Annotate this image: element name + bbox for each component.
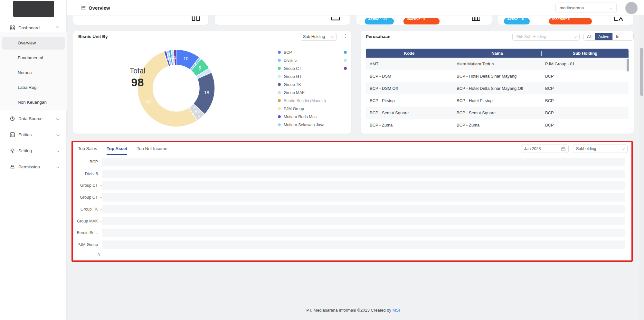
- table-scrollbar-thumb[interactable]: [627, 59, 629, 71]
- inactive-count-badge: Inactive: 0: [403, 18, 440, 24]
- axis-tick: [100, 185, 102, 186]
- table-cell: BCP - Zuma: [366, 123, 453, 127]
- sidebar-item-data-source[interactable]: Data Source: [0, 110, 67, 127]
- subholding-select[interactable]: Subholding: [573, 145, 628, 153]
- table-row[interactable]: AMTAlam Mutiara TeduhPJM Group - 01: [366, 58, 629, 70]
- table-cell: BCP - Hotel Delta Sinar Mayang: [453, 74, 541, 79]
- perusahaan-table: Kode Nama Sub Holding AMTAlam Mutiara Te…: [366, 49, 629, 131]
- column-header-kode: Kode: [366, 51, 453, 56]
- page-scrollbar-thumb[interactable]: [640, 48, 643, 96]
- table-row[interactable]: BCP - Semut SquareBCP - Semut SquareBCP: [366, 107, 629, 119]
- collapse-menu-icon[interactable]: [81, 5, 86, 10]
- donut-legend: BCPDivisi 5Group CTGroup GTGroup TKGroup…: [278, 48, 326, 129]
- legend-item[interactable]: PJM Group: [278, 105, 326, 113]
- chevron-down-icon: [56, 117, 60, 120]
- tab-top-asset[interactable]: Top Asset: [107, 142, 127, 155]
- column-header-sub-holding: Sub Holding: [541, 51, 629, 56]
- column-header-nama: Nama: [453, 51, 541, 56]
- kebab-menu-icon[interactable]: ⋮: [343, 34, 348, 38]
- legend-dot: [278, 83, 281, 86]
- sidebar-item-label: Entitas: [18, 132, 32, 137]
- axis-tick: [100, 197, 102, 198]
- table-cell: BCP - Semut Square: [453, 110, 541, 115]
- footer: PT. Mediasarana Informasi ©2023 Created …: [67, 308, 639, 313]
- axis-tick: [100, 221, 102, 221]
- card-title: Bisnis Unit By: [78, 34, 108, 39]
- pilih-sub-holding-select[interactable]: Pilih Sub Holding: [512, 33, 580, 41]
- legend-label: Berdiri Sendiri (Mandiri): [284, 99, 326, 103]
- stat-card: [73, 15, 208, 25]
- legend-dot: [344, 67, 347, 70]
- table-row[interactable]: BCP - DSM OffBCP - Hotel Delta Sinar May…: [366, 82, 629, 94]
- bar-row-band: [102, 205, 625, 213]
- legend-dot: [278, 91, 281, 94]
- table-row[interactable]: BCP - PitstopBCP - Hotel PitstopBCP: [366, 94, 629, 107]
- table-cell: BCP: [541, 74, 629, 79]
- legend-item[interactable]: Group TK: [278, 80, 326, 89]
- legend-item[interactable]: Divisi 5: [278, 56, 326, 64]
- table-row[interactable]: BCP - DSMBCP - Hotel Delta Sinar MayangB…: [366, 70, 629, 82]
- legend-item[interactable]: Mutiara Sekawan Jaya: [278, 121, 326, 129]
- chevron-down-icon: [574, 35, 577, 38]
- axis-tick: [100, 233, 102, 233]
- legend-label: Mutiara Sekawan Jaya: [284, 123, 324, 127]
- tab-top-net-income[interactable]: Top Net Income: [137, 142, 167, 155]
- sidebar-item-laba-rugi[interactable]: Laba Rugi: [2, 81, 65, 94]
- filter-inactive-button[interactable]: In Active: [612, 33, 633, 40]
- workspace-select[interactable]: mediasarana: [555, 3, 617, 13]
- sidebar-item-non-keuangan[interactable]: Non Keuangan: [2, 96, 65, 109]
- table-cell: BCP - Hotel Pitstop: [453, 98, 541, 103]
- sidebar-item-label: Setting: [18, 148, 32, 153]
- table-cell: BCP: [541, 123, 629, 127]
- legend-label: Group MAK: [284, 90, 305, 95]
- legend-dot: [278, 51, 281, 54]
- legend-label: Group GT: [284, 74, 302, 79]
- legend-item[interactable]: Group CT: [278, 64, 326, 72]
- bar-row-band: [102, 240, 625, 249]
- bar-row-band: [102, 181, 625, 190]
- page-title: Overview: [81, 0, 110, 15]
- date-picker[interactable]: Jan 2023: [521, 145, 569, 153]
- axis-tick-zero: 0: [94, 253, 100, 257]
- donut-segment-value: 18: [204, 90, 209, 95]
- company-logo: [13, 1, 54, 17]
- table-row[interactable]: BCP - ZumaBCP - ZumaBCP: [366, 119, 629, 131]
- sidebar-item-permission[interactable]: Permission: [0, 159, 67, 175]
- legend-dot: [344, 51, 347, 54]
- bar-category-label: PJM Group: [73, 242, 98, 247]
- sidebar-item-setting[interactable]: Setting: [0, 143, 67, 159]
- bar-row-band: [102, 217, 625, 225]
- sidebar-item-overview[interactable]: Overview: [2, 37, 65, 50]
- tab-top-sales[interactable]: Top Sales: [78, 142, 97, 155]
- legend-item[interactable]: Group GT: [278, 72, 326, 80]
- card-title: Perusahaan: [366, 34, 391, 39]
- msi-link[interactable]: MSI: [393, 308, 400, 313]
- legend-item[interactable]: [344, 48, 347, 56]
- legend-item[interactable]: Mutiara Roda Mas: [278, 113, 326, 121]
- legend-dot: [344, 59, 347, 62]
- dashboard-submenu: Overview Fundamental Neraca Laba Rugi No…: [0, 32, 67, 110]
- donut-legend-extra: [344, 48, 347, 72]
- legend-item[interactable]: BCP: [278, 48, 326, 56]
- sub-holding-select[interactable]: Sub Holding: [300, 33, 337, 41]
- stat-card-icon: [191, 16, 201, 22]
- legend-item[interactable]: [344, 56, 347, 64]
- grid-icon: [10, 25, 15, 31]
- legend-label: Divisi 5: [284, 58, 297, 63]
- user-avatar[interactable]: [625, 2, 638, 14]
- table-cell: BCP - Pitstop: [366, 98, 453, 103]
- legend-item[interactable]: Berdiri Sendiri (Mandiri): [278, 97, 326, 105]
- legend-item[interactable]: Group MAK: [278, 89, 326, 97]
- sidebar-item-fundamental[interactable]: Fundamental: [2, 52, 65, 64]
- chart-tabs: Top Sales Top Asset Top Net Income Jan 2…: [73, 142, 631, 155]
- bar-category-label: Group MAK: [73, 219, 98, 223]
- sidebar-item-entitas[interactable]: Entitas: [0, 127, 67, 143]
- sidebar-item-neraca[interactable]: Neraca: [2, 66, 65, 79]
- stat-card: Active : 98 Inactive: 0: [356, 15, 492, 25]
- gear-icon: [10, 148, 15, 154]
- legend-item[interactable]: [344, 64, 347, 72]
- table-cell: Alam Mutiara Teduh: [453, 61, 541, 66]
- filter-all-button[interactable]: All: [584, 33, 595, 40]
- chevron-down-icon: [56, 149, 60, 152]
- filter-active-button[interactable]: Active: [595, 33, 612, 40]
